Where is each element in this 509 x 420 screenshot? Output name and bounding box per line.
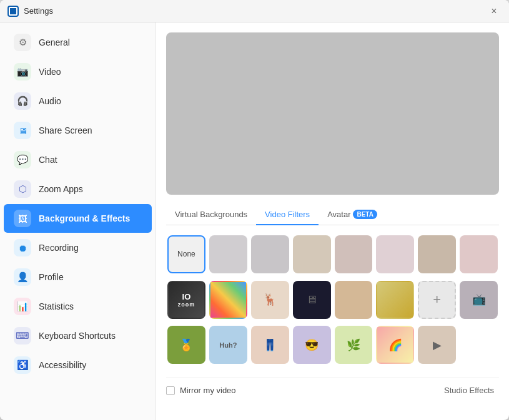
filter-item-f13[interactable]	[376, 281, 414, 319]
zoom-apps-icon: ⬡	[14, 180, 31, 198]
settings-window: Settings × ⚙General📷Video🎧Audio🖥Share Sc…	[0, 0, 509, 420]
sidebar-item-general[interactable]: ⚙General	[4, 28, 152, 57]
filter-item-f15[interactable]: 📺	[460, 281, 498, 319]
filter-item-none[interactable]: None	[167, 235, 205, 273]
general-icon: ⚙	[14, 34, 31, 51]
mirror-label: Mirror my video	[180, 386, 236, 395]
filter-item-f11[interactable]: 🖥	[293, 281, 331, 319]
mirror-checkbox[interactable]	[166, 386, 175, 395]
filter-item-f9[interactable]	[209, 281, 247, 319]
statistics-icon: 📊	[14, 298, 31, 315]
background-effects-icon: 🖼	[14, 210, 31, 227]
recording-icon: ⏺	[14, 239, 31, 256]
filter-item-f8[interactable]: IOzoom	[167, 281, 205, 319]
filter-item-f16[interactable]: 🏅	[167, 326, 205, 364]
accessibility-icon: ♿	[14, 356, 31, 374]
filter-item-f22[interactable]: ▶	[418, 326, 456, 364]
window-title: Settings	[24, 6, 53, 16]
profile-icon: 👤	[14, 268, 31, 286]
sidebar-item-chat[interactable]: 💬Chat	[4, 145, 152, 174]
sidebar-label-audio: Audio	[39, 96, 61, 106]
filter-item-f10[interactable]: 🦌	[251, 281, 289, 319]
sidebar-label-background-effects: Background & Effects	[39, 213, 130, 223]
filter-item-f18[interactable]: 👖	[251, 326, 289, 364]
filter-item-f2[interactable]	[251, 235, 289, 273]
sidebar-item-video[interactable]: 📷Video	[4, 57, 152, 86]
sidebar: ⚙General📷Video🎧Audio🖥Share Screen💬Chat⬡Z…	[0, 22, 156, 420]
sidebar-item-accessibility[interactable]: ♿Accessibility	[4, 351, 152, 379]
close-button[interactable]: ×	[487, 4, 502, 19]
main-layout: ⚙General📷Video🎧Audio🖥Share Screen💬Chat⬡Z…	[0, 22, 509, 420]
sidebar-label-keyboard-shortcuts: Keyboard Shortcuts	[39, 331, 116, 341]
tab-video-filters[interactable]: Video Filters	[256, 205, 319, 225]
share-screen-icon: 🖥	[14, 122, 31, 139]
sidebar-label-zoom-apps: Zoom Apps	[39, 184, 83, 194]
sidebar-item-statistics[interactable]: 📊Statistics	[4, 292, 152, 321]
tab-virtual-backgrounds[interactable]: Virtual Backgrounds	[166, 205, 256, 225]
sidebar-label-video: Video	[39, 67, 61, 77]
filter-item-f6[interactable]	[418, 235, 456, 273]
app-icon	[7, 6, 19, 17]
filter-item-f5[interactable]	[376, 235, 414, 273]
mirror-option: Mirror my video	[166, 386, 236, 395]
sidebar-label-share-screen: Share Screen	[39, 125, 92, 135]
filter-item-f7[interactable]	[460, 235, 498, 273]
beta-badge: BETA	[353, 210, 377, 219]
titlebar: Settings ×	[0, 0, 509, 22]
footer: Mirror my video Studio Effects	[166, 378, 499, 398]
sidebar-label-statistics: Statistics	[39, 301, 74, 311]
sidebar-label-recording: Recording	[39, 243, 79, 253]
filter-item-f19[interactable]: 😎	[293, 326, 331, 364]
sidebar-label-accessibility: Accessibility	[39, 360, 86, 370]
filter-item-f17[interactable]: Huh?	[209, 326, 247, 364]
sidebar-label-profile: Profile	[39, 272, 64, 282]
keyboard-shortcuts-icon: ⌨	[14, 327, 31, 344]
filters-grid: NoneIOzoom🦌🖥+📺🏅Huh?👖😎🌿🌈▶	[166, 233, 499, 370]
filter-item-f3[interactable]	[293, 235, 331, 273]
sidebar-item-recording[interactable]: ⏺Recording	[4, 233, 152, 262]
filter-item-f4[interactable]	[335, 235, 373, 273]
chat-icon: 💬	[14, 151, 31, 168]
filter-item-f21[interactable]: 🌈	[376, 326, 414, 364]
filter-item-f1[interactable]	[209, 235, 247, 273]
sidebar-item-share-screen[interactable]: 🖥Share Screen	[4, 116, 152, 145]
sidebar-item-zoom-apps[interactable]: ⬡Zoom Apps	[4, 175, 152, 203]
sidebar-label-chat: Chat	[39, 155, 57, 165]
studio-effects-button[interactable]: Studio Effects	[439, 383, 499, 398]
filter-item-f20[interactable]: 🌿	[335, 326, 373, 364]
sidebar-item-profile[interactable]: 👤Profile	[4, 263, 152, 291]
tab-avatar[interactable]: Avatar BETA	[319, 205, 386, 225]
video-preview	[166, 32, 499, 195]
tabs-bar: Virtual Backgrounds Video Filters Avatar…	[166, 205, 499, 225]
main-content: Virtual Backgrounds Video Filters Avatar…	[156, 22, 509, 420]
video-icon: 📷	[14, 63, 31, 81]
titlebar-left: Settings	[7, 6, 53, 17]
sidebar-item-audio[interactable]: 🎧Audio	[4, 87, 152, 115]
sidebar-label-general: General	[39, 37, 70, 47]
sidebar-item-background-effects[interactable]: 🖼Background & Effects	[4, 204, 152, 233]
filter-item-f14[interactable]: +	[418, 281, 456, 319]
filter-item-f12[interactable]	[335, 281, 373, 319]
sidebar-item-keyboard-shortcuts[interactable]: ⌨Keyboard Shortcuts	[4, 321, 152, 350]
audio-icon: 🎧	[14, 92, 31, 110]
